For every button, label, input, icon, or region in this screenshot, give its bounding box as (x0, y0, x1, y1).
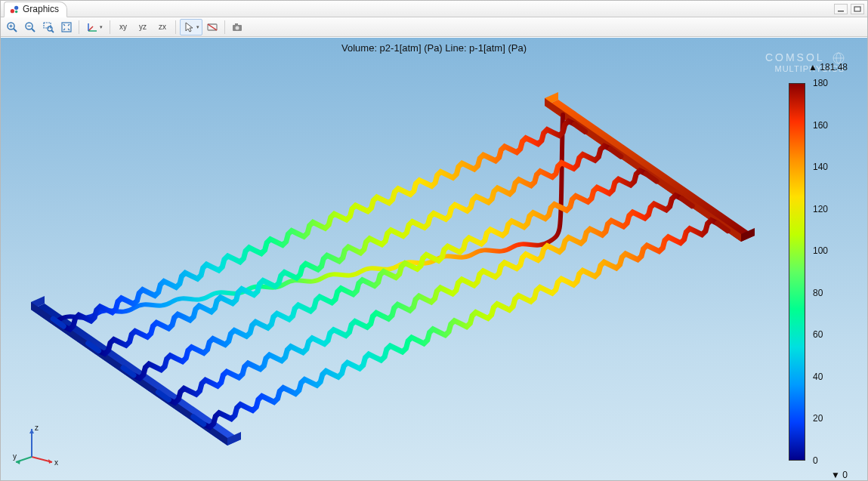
orbit-button[interactable]: ▾ (83, 19, 106, 35)
colorbar-max-value: 181.48 (820, 62, 848, 72)
triad-y-label: y (13, 452, 17, 461)
svg-line-10 (32, 29, 35, 32)
colorbar-tick: 40 (810, 372, 848, 382)
colorbar-min: ▼ 0 (831, 470, 848, 480)
zoom-box-icon (42, 21, 54, 33)
zoom-box-button[interactable] (40, 19, 57, 35)
graphics-canvas[interactable]: Volume: p2-1[atm] (Pa) Line: p-1[atm] (P… (1, 37, 867, 480)
zoom-out-button[interactable] (22, 19, 39, 35)
view-xy-button[interactable]: xy (114, 19, 132, 35)
zoom-out-icon (24, 21, 36, 33)
colorbar: ▲ 181.48 180160140120100806040200 ▼ 0 (787, 83, 848, 461)
snapshot-button[interactable] (229, 19, 246, 35)
svg-rect-3 (838, 11, 844, 12)
select-button[interactable]: ▾ (180, 19, 202, 35)
graphics-panel: Graphics ▾ xy (0, 0, 868, 481)
zoom-in-icon (6, 21, 18, 33)
window-title: Graphics (23, 4, 59, 14)
colorbar-tick: 60 (810, 329, 848, 340)
zoom-in-button[interactable] (4, 19, 20, 35)
svg-line-14 (51, 30, 54, 32)
toolbar-separator (224, 20, 225, 34)
colorbar-min-value: 0 (842, 470, 848, 480)
down-triangle-icon: ▼ (831, 470, 840, 480)
app-icon (9, 4, 20, 14)
minimize-button[interactable] (834, 4, 848, 14)
colorbar-tick: 120 (810, 204, 848, 214)
svg-point-23 (236, 26, 239, 29)
colorbar-tick: 160 (810, 120, 848, 131)
toolbar-separator (110, 20, 110, 34)
colorbar-ticks: 180160140120100806040200 (810, 83, 848, 461)
colorbar-tick: 20 (810, 413, 848, 424)
window-controls (834, 4, 864, 14)
svg-point-1 (14, 6, 18, 10)
triad-z-label: z (35, 424, 39, 432)
svg-rect-22 (235, 23, 238, 26)
colorbar-gradient (789, 83, 805, 461)
view-yz-button[interactable]: yz (134, 19, 152, 35)
view-zx-button[interactable]: zx (153, 19, 171, 35)
camera-icon (231, 21, 243, 33)
svg-line-20 (208, 24, 217, 30)
toolbar-separator (79, 20, 79, 34)
triad-x-label: x (54, 458, 58, 467)
dropdown-arrow-icon: ▾ (100, 24, 103, 30)
svg-line-16 (88, 26, 93, 31)
maximize-icon (854, 6, 861, 12)
colorbar-max: ▲ 181.48 (808, 62, 848, 72)
svg-point-2 (15, 11, 18, 14)
dropdown-arrow-icon: ▾ (196, 24, 199, 30)
toolbar: ▾ xy yz zx ▾ (1, 17, 867, 37)
cursor-icon (184, 21, 196, 33)
colorbar-tick: 180 (810, 78, 848, 88)
view-yz-label: yz (139, 23, 147, 31)
hide-icon (206, 21, 218, 33)
colorbar-tick: 100 (810, 245, 848, 256)
toolbar-separator (175, 20, 176, 34)
hide-button[interactable] (204, 19, 221, 35)
colorbar-tick: 140 (810, 162, 848, 172)
up-triangle-icon: ▲ (808, 62, 817, 72)
channels (58, 115, 563, 320)
plot-title: Volume: p2-1[atm] (Pa) Line: p-1[atm] (P… (1, 42, 867, 54)
svg-marker-50 (29, 429, 34, 433)
svg-rect-4 (854, 7, 860, 11)
view-xy-label: xy (119, 23, 127, 31)
svg-rect-12 (44, 23, 51, 28)
svg-point-0 (11, 9, 14, 13)
colorbar-tick: 80 (810, 288, 848, 298)
titlebar: Graphics (1, 1, 867, 17)
model-render (16, 68, 771, 461)
colorbar-tick: 0 (810, 455, 848, 466)
zoom-extents-icon (60, 21, 73, 33)
axis-triad: x y z (13, 423, 58, 468)
title-tab[interactable]: Graphics (4, 2, 67, 17)
minimize-icon (837, 6, 845, 12)
svg-line-6 (14, 29, 17, 32)
view-zx-label: zx (159, 23, 166, 31)
maximize-button[interactable] (851, 4, 864, 14)
orbit-icon (87, 21, 99, 33)
svg-rect-15 (62, 23, 71, 32)
zoom-extents-button[interactable] (58, 19, 75, 35)
